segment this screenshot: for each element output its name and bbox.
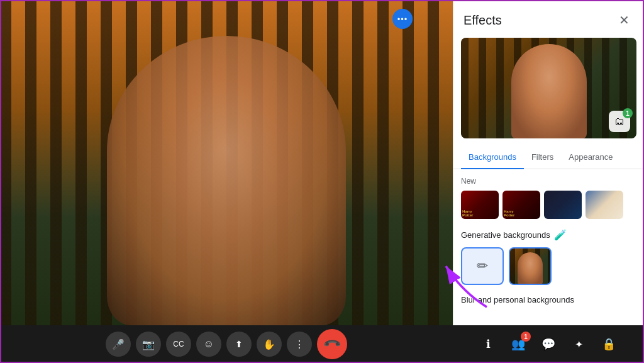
more-options-button[interactable]: ⋮ — [287, 332, 312, 357]
hp-label-2: HarryPotter — [504, 209, 514, 218]
close-panel-button[interactable]: ✕ — [614, 10, 634, 30]
hp-label-1: HarryPotter — [462, 209, 473, 218]
mic-icon: 🎤 — [112, 338, 125, 350]
more-icon: ⋮ — [294, 338, 304, 350]
emoji-button[interactable]: ☺ — [196, 332, 221, 357]
chat-button[interactable]: 💬 — [537, 333, 560, 355]
preview-thumbnail: 🗂 1 — [461, 38, 636, 138]
tab-backgrounds[interactable]: Backgrounds — [461, 146, 524, 169]
end-call-button[interactable]: 📞 — [317, 329, 347, 359]
tab-filters[interactable]: Filters — [524, 146, 561, 169]
gen-bg-forest-item[interactable] — [509, 247, 552, 285]
activities-button[interactable]: ✦ — [567, 333, 590, 355]
end-call-icon: 📞 — [322, 334, 341, 354]
present-icon: ⬆ — [235, 339, 243, 349]
preview-person — [511, 44, 587, 138]
raise-hand-button[interactable]: ✋ — [257, 332, 282, 357]
background-thumbnails-row: HarryPotter HarryPotter — [461, 191, 636, 219]
activities-icon: ✦ — [575, 338, 583, 350]
blur-section-label: Blur and personal backgrounds — [461, 295, 636, 304]
layers-icon: 🗂 — [614, 116, 625, 127]
camera-button[interactable]: 📷 — [136, 332, 161, 357]
bg-thumb-hp2[interactable]: HarryPotter — [502, 191, 540, 219]
lab-icon: 🧪 — [554, 229, 567, 241]
mic-button[interactable]: 🎤 — [106, 332, 131, 357]
bg-thumb-light[interactable] — [586, 191, 623, 219]
preview-effects-badge[interactable]: 🗂 1 — [609, 111, 630, 132]
people-button[interactable]: 👥 1 — [507, 333, 530, 355]
generative-bg-label: Generative backgrounds — [461, 230, 550, 240]
bottom-right-controls: ℹ 👥 1 💬 ✦ 🔒 — [453, 325, 644, 363]
bg-thumb-hp1[interactable]: HarryPotter — [461, 191, 499, 219]
bg-thumb-dark[interactable] — [544, 191, 582, 219]
present-button[interactable]: ⬆ — [226, 332, 252, 357]
video-more-options[interactable]: ••• — [392, 9, 413, 29]
effects-header: Effects ✕ — [453, 0, 644, 38]
section-new-label: New — [461, 177, 636, 186]
pencil-icon: ✏ — [477, 258, 488, 274]
captions-icon: CC — [173, 340, 184, 349]
close-icon: ✕ — [619, 13, 630, 28]
info-icon: ℹ — [486, 337, 491, 351]
captions-button[interactable]: CC — [166, 332, 191, 357]
badge-count: 1 — [623, 108, 633, 118]
generative-bg-header: Generative backgrounds 🧪 — [461, 229, 636, 241]
lock-button[interactable]: 🔒 — [597, 333, 620, 355]
more-dots-icon: ••• — [397, 14, 408, 24]
controls-bar: 🎤 📷 CC ☺ ⬆ ✋ ⋮ 📞 — [0, 325, 453, 363]
effects-panel: Effects ✕ 🗂 1 Backgrounds Filters Appear… — [453, 0, 644, 363]
tab-appearance[interactable]: Appearance — [561, 146, 620, 169]
person-silhouette — [107, 36, 346, 325]
info-button[interactable]: ℹ — [477, 333, 499, 355]
generative-bg-items: ✏ — [461, 247, 636, 285]
tabs-row: Backgrounds Filters Appearance — [453, 146, 644, 169]
camera-icon: 📷 — [142, 338, 155, 350]
gen-bg-pencil-item[interactable]: ✏ — [461, 247, 504, 285]
people-badge: 1 — [521, 332, 531, 342]
chat-icon: 💬 — [541, 337, 555, 351]
lock-icon: 🔒 — [602, 337, 616, 351]
emoji-icon: ☺ — [204, 338, 214, 350]
effects-title: Effects — [464, 13, 502, 28]
hand-icon: ✋ — [263, 338, 275, 350]
main-video-area: ••• 🎤 📷 CC ☺ ⬆ ✋ ⋮ 📞 — [0, 0, 453, 363]
